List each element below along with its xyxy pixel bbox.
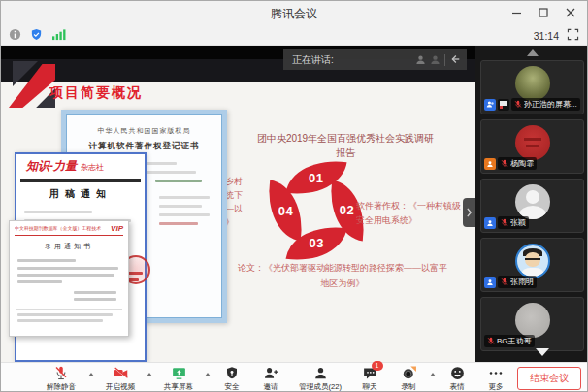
emoji-label: 表情 [449,381,464,391]
invite-button[interactable]: 邀请 [251,363,290,392]
participant-name: 杨陶霏 [510,158,534,169]
invite-person-icon [262,365,279,381]
chat-bubble-icon: 1 [362,365,378,381]
status-bar: 31:14 [1,24,587,46]
chat-button[interactable]: 1 聊天 [350,363,389,392]
maximize-icon[interactable] [537,6,550,19]
cohost-badge-icon [484,158,496,170]
screen-share-badge-icon [498,99,509,111]
record-options-caret[interactable] [428,363,438,392]
more-dots-icon [487,365,505,381]
fullscreen-icon[interactable] [567,27,579,45]
slide-title: 项目简要概况 [49,84,143,102]
security-shield-icon[interactable] [30,27,43,45]
participant-tile[interactable]: 孙正浩的屏幕... [480,60,584,114]
presentation-slide: 项目简要概况 中华人民共和国国家版权局 计算机软件著作权登记证书 [1,59,475,362]
journal-notice-title: 用稿通知 [16,187,145,201]
network-signal-icon [51,27,66,45]
slide-logo [9,61,55,108]
collapse-speaking-arrow-icon[interactable] [449,51,461,69]
copyright-authority: 中华人民共和国国家版权局 [66,126,222,136]
muted-mic-icon [501,159,508,168]
shared-screen-stage: 项目简要概况 中华人民共和国国家版权局 计算机软件著作权登记证书 [1,46,475,362]
unmute-label: 解除静音 [47,381,76,391]
muted-mic-icon [501,278,508,286]
record-lens-icon [400,365,418,381]
record-label: 录制 [401,381,415,391]
window-controls [509,1,583,24]
muted-mic-icon [514,100,522,109]
share-screen-icon [170,365,188,381]
more-label: 更多 [488,381,503,391]
chat-label: 聊天 [362,381,376,391]
window-title: 腾讯会议 [1,6,587,22]
camera-off-icon [112,365,130,381]
participants-sidebar: 孙正浩的屏幕... 杨陶霏 [475,46,588,362]
security-button[interactable]: 安全 [212,363,251,392]
manage-members-label: 管理成员(22) [299,381,342,391]
shield-icon [224,365,240,381]
journal-brand: 知识-力量 [26,158,77,175]
member-badge-icon [484,217,496,229]
chat-unread-badge: 1 [372,361,383,371]
participant-name: 孙正浩的屏幕... [524,99,577,110]
participant-name: 张雨明 [510,277,534,287]
meeting-toolbar: 解除静音 开启视频 共享屏幕 安全 邀请 [1,362,588,392]
start-video-button[interactable]: 开启视频 [96,363,145,392]
share-screen-label: 共享屏幕 [164,381,193,391]
speaker-avatar-icon [415,51,426,69]
end-meeting-button[interactable]: 结束会议 [517,367,581,390]
letter-title: 录用通知书 [10,242,128,251]
meeting-timer: 31:14 [534,30,559,42]
speaker-avatar-icon [430,51,441,69]
tencent-meeting-window: 腾讯会议 31:14 [0,0,588,392]
scroll-up-icon[interactable] [527,49,539,56]
smiley-icon [449,365,466,381]
letter-header: 中文科技期刊数据库（全文版）工程技术 [15,225,101,231]
avatar [515,66,550,101]
close-icon[interactable] [564,6,577,19]
speaking-label: 正在讲话: [292,53,415,67]
software-right-text: 软件著作权：《一种村镇级安全用电系统》 [356,199,469,228]
start-video-label: 开启视频 [106,381,135,391]
video-options-caret[interactable] [145,363,154,392]
paper-bottom-text: 论文：《光伏部署驱动能源转型的路径探索——以富平地区为例》 [234,260,451,291]
sidebar-collapse-handle[interactable] [463,198,475,227]
record-button[interactable]: 录制 [389,363,428,392]
minimize-icon[interactable] [509,6,523,19]
certificate-acceptance-letter: 中文科技期刊数据库（全文版）工程技术 VIP 录用通知书 [9,220,129,337]
main-area: 项目简要概况 中华人民共和国国家版权局 计算机软件著作权登记证书 [1,46,588,362]
host-badge-icon [484,99,496,111]
journal-org: 杂志社 [81,162,104,173]
manage-members-button[interactable]: 管理成员(22) [290,363,350,392]
muted-mic-icon [501,218,508,227]
avatar [515,303,550,338]
copyright-title: 计算机软件著作权登记证书 [66,141,222,152]
journal-contact-line [20,179,141,182]
member-badge-icon [484,277,496,288]
letter-vip-logo: VIP [111,224,123,233]
meeting-info-icon[interactable] [9,27,21,45]
avatar [515,244,550,278]
avatar [515,184,550,219]
share-options-caret[interactable] [203,363,212,392]
title-bar: 腾讯会议 [1,1,587,24]
share-screen-button[interactable]: 共享屏幕 [154,363,203,392]
security-label: 安全 [224,381,239,391]
emoji-button[interactable]: 表情 [438,363,476,392]
participant-tile[interactable]: 张雨明 [480,238,584,292]
participant-name: BG王劝哥 [497,336,532,346]
participant-tile[interactable]: 杨陶霏 [480,119,584,174]
muted-mic-icon [487,337,495,345]
unmute-button[interactable]: 解除静音 [36,363,86,392]
muted-mic-icon [52,365,70,381]
more-button[interactable]: 更多 [476,363,515,392]
speaking-indicator-bar: 正在讲话: [283,49,467,70]
participant-tile[interactable]: BG王劝哥 [480,297,584,351]
mic-options-caret[interactable] [86,363,96,392]
invite-label: 邀请 [263,381,278,391]
participant-tile[interactable]: 张颖 [480,179,584,233]
participant-name: 张颖 [510,217,526,228]
scroll-down-icon[interactable] [536,348,549,356]
avatar [515,125,550,160]
